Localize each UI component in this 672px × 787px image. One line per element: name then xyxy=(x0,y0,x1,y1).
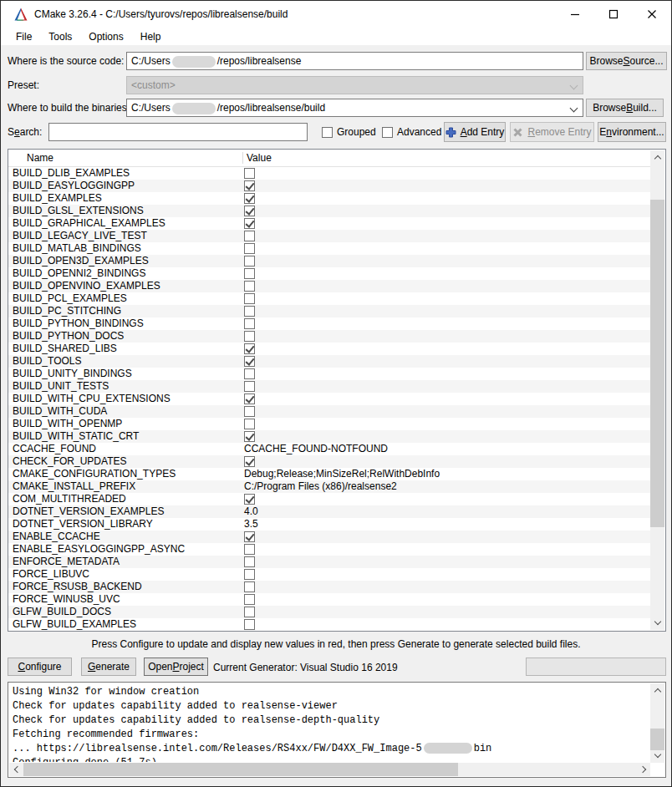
variable-checkbox[interactable] xyxy=(244,268,255,279)
menu-help[interactable]: Help xyxy=(132,28,170,45)
browse-source-button[interactable]: Browse Source... xyxy=(586,52,667,70)
table-row[interactable]: BUILD_WITH_CPU_EXTENSIONS xyxy=(8,393,650,405)
environment-button[interactable]: Environment... xyxy=(598,122,666,142)
generate-button[interactable]: Generate xyxy=(81,658,136,676)
variable-checkbox[interactable] xyxy=(244,494,255,505)
browse-build-button[interactable]: Browse Build... xyxy=(586,99,664,117)
table-row[interactable]: CMAKE_INSTALL_PREFIXC:/Program Files (x8… xyxy=(8,480,650,493)
variable-checkbox[interactable] xyxy=(244,256,255,267)
table-row[interactable]: GLFW_BUILD_DOCS xyxy=(8,606,650,618)
variable-value[interactable]: CCACHE_FOUND-NOTFOUND xyxy=(244,443,388,455)
open-project-button[interactable]: Open Project xyxy=(144,658,208,676)
table-row[interactable]: ENFORCE_METADATA xyxy=(8,556,650,568)
variable-checkbox[interactable] xyxy=(244,243,255,254)
grouped-checkbox[interactable] xyxy=(322,127,333,138)
table-row[interactable]: BUILD_PYTHON_DOCS xyxy=(8,330,650,343)
menu-options[interactable]: Options xyxy=(80,28,131,45)
table-row[interactable]: BUILD_WITH_CUDA xyxy=(8,405,650,418)
variable-checkbox[interactable] xyxy=(244,406,255,417)
add-entry-button[interactable]: Add Entry xyxy=(444,122,506,142)
grouped-checkbox-group[interactable]: Grouped xyxy=(322,126,376,138)
variable-checkbox[interactable] xyxy=(244,193,255,204)
variable-checkbox[interactable] xyxy=(244,218,255,229)
table-row[interactable]: CHECK_FOR_UPDATES xyxy=(8,455,650,468)
table-row[interactable]: BUILD_EASYLOGGINGPP xyxy=(8,180,650,192)
variable-checkbox[interactable] xyxy=(244,168,255,179)
table-row[interactable]: BUILD_OPEN3D_EXAMPLES xyxy=(8,255,650,267)
console-vertical-scrollbar[interactable] xyxy=(650,683,664,763)
table-row[interactable]: DOTNET_VERSION_EXAMPLES4.0 xyxy=(8,505,650,518)
table-row[interactable]: BUILD_SHARED_LIBS xyxy=(8,343,650,355)
variable-checkbox[interactable] xyxy=(244,356,255,367)
variable-checkbox[interactable] xyxy=(244,368,255,379)
table-row[interactable]: BUILD_WITH_STATIC_CRT xyxy=(8,430,650,443)
variable-checkbox[interactable] xyxy=(244,456,255,467)
scroll-left-button[interactable] xyxy=(9,763,23,776)
search-input[interactable] xyxy=(48,123,308,141)
table-row[interactable]: BUILD_GRAPHICAL_EXAMPLES xyxy=(8,217,650,230)
table-row[interactable]: BUILD_PCL_EXAMPLES xyxy=(8,292,650,305)
scroll-up-button[interactable] xyxy=(650,683,664,698)
table-row[interactable]: BUILD_OPENNI2_BINDINGS xyxy=(8,267,650,280)
menu-tools[interactable]: Tools xyxy=(40,28,80,45)
table-row[interactable]: FORCE_WINUSB_UVC xyxy=(8,593,650,606)
variable-checkbox[interactable] xyxy=(244,318,255,329)
variable-checkbox[interactable] xyxy=(244,394,255,404)
variable-value[interactable]: Debug;Release;MinSizeRel;RelWithDebInfo xyxy=(244,468,440,480)
table-row[interactable]: BUILD_PC_STITCHING xyxy=(8,305,650,317)
variable-checkbox[interactable] xyxy=(244,180,255,191)
table-row[interactable]: BUILD_OPENVINO_EXAMPLES xyxy=(8,280,650,292)
variable-checkbox[interactable] xyxy=(244,231,255,241)
table-row[interactable]: BUILD_EXAMPLES xyxy=(8,192,650,205)
variable-checkbox[interactable] xyxy=(244,206,255,216)
table-row[interactable]: CCACHE_FOUNDCCACHE_FOUND-NOTFOUND xyxy=(8,443,650,455)
table-row[interactable]: GLFW_BUILD_EXAMPLES xyxy=(8,618,650,631)
table-row[interactable]: BUILD_LEGACY_LIVE_TEST xyxy=(8,230,650,242)
scrollbar-thumb[interactable] xyxy=(650,200,664,527)
variable-checkbox[interactable] xyxy=(244,607,255,617)
output-log[interactable]: Using Win32 for window creationCheck for… xyxy=(9,683,650,762)
table-row[interactable]: COM_MULTITHREADED xyxy=(8,493,650,505)
table-row[interactable]: ENABLE_EASYLOGGINGPP_ASYNC xyxy=(8,543,650,556)
table-row[interactable]: FORCE_LIBUVC xyxy=(8,568,650,581)
console-horizontal-scrollbar[interactable] xyxy=(9,763,650,776)
variable-checkbox[interactable] xyxy=(244,343,255,354)
table-row[interactable]: BUILD_GLSL_EXTENSIONS xyxy=(8,205,650,217)
variable-checkbox[interactable] xyxy=(244,306,255,317)
table-row[interactable]: BUILD_UNITY_BINDINGS xyxy=(8,368,650,380)
variable-value[interactable]: 3.5 xyxy=(244,518,258,531)
variable-checkbox[interactable] xyxy=(244,293,255,304)
configure-button[interactable]: Configure xyxy=(8,658,72,676)
scroll-right-button[interactable] xyxy=(637,763,650,776)
scrollbar-thumb[interactable] xyxy=(23,763,458,776)
table-row[interactable]: BUILD_MATLAB_BINDINGS xyxy=(8,242,650,255)
scroll-down-button[interactable] xyxy=(650,616,664,630)
menu-file[interactable]: File xyxy=(8,28,40,45)
variable-checkbox[interactable] xyxy=(244,531,255,542)
value-column-header[interactable]: Value xyxy=(247,150,272,167)
variable-checkbox[interactable] xyxy=(244,594,255,605)
close-button[interactable] xyxy=(633,1,671,28)
remove-entry-button[interactable]: Remove Entry xyxy=(510,122,594,142)
build-binaries-combo[interactable]: C:/Users/repos/librealsense/build xyxy=(126,99,583,117)
variable-checkbox[interactable] xyxy=(244,544,255,555)
variable-checkbox[interactable] xyxy=(244,381,255,392)
variable-value[interactable]: 4.0 xyxy=(244,505,258,518)
scroll-up-button[interactable] xyxy=(650,150,664,165)
variable-checkbox[interactable] xyxy=(244,556,255,567)
variable-checkbox[interactable] xyxy=(244,281,255,292)
table-row[interactable]: BUILD_TOOLS xyxy=(8,355,650,368)
chevron-down-icon[interactable] xyxy=(570,104,578,113)
name-column-header[interactable]: Name xyxy=(27,150,53,167)
table-row[interactable]: FORCE_RSUSB_BACKEND xyxy=(8,581,650,593)
variable-checkbox[interactable] xyxy=(244,619,255,630)
minimize-button[interactable] xyxy=(556,1,594,28)
variable-checkbox[interactable] xyxy=(244,431,255,442)
table-row[interactable]: BUILD_DLIB_EXAMPLES xyxy=(8,167,650,180)
advanced-checkbox[interactable] xyxy=(382,127,393,138)
table-vertical-scrollbar[interactable] xyxy=(650,150,664,630)
table-row[interactable]: BUILD_PYTHON_BINDINGS xyxy=(8,317,650,330)
variable-checkbox[interactable] xyxy=(244,581,255,592)
variable-value[interactable]: C:/Program Files (x86)/realsense2 xyxy=(244,480,397,493)
table-row[interactable]: CMAKE_CONFIGURATION_TYPESDebug;Release;M… xyxy=(8,468,650,480)
